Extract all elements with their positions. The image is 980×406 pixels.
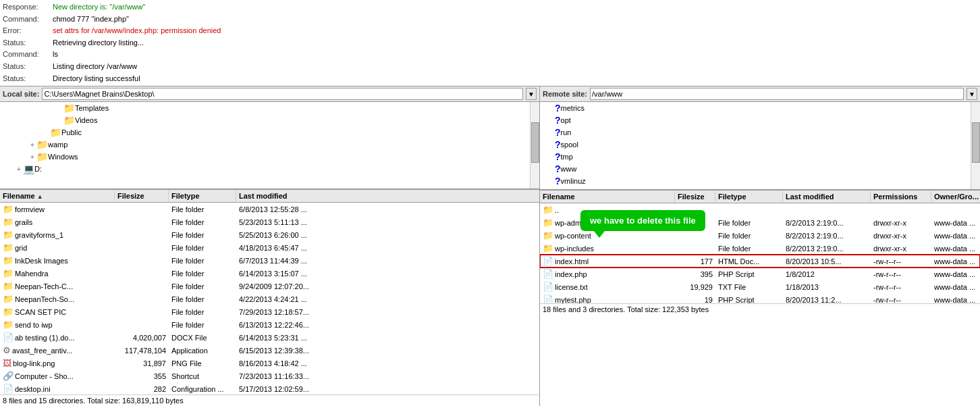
remote-header-filesize[interactable]: Filesize — [675, 191, 715, 202]
tree-item[interactable]: 📁 Videos — [0, 114, 539, 126]
file-type: TXT File — [718, 283, 746, 291]
file-perms: drwxr-xr-x — [873, 245, 906, 253]
file-modified-col: 8/16/2013 4:18:42 ... — [236, 357, 539, 369]
file-name-col: 📁InkDesk Images — [0, 255, 115, 266]
remote-header-filename[interactable]: Filename — [540, 191, 675, 202]
file-name: Computer - Sho... — [15, 372, 74, 380]
remote-tree-item[interactable]: ? opt — [540, 114, 980, 126]
remote-header-owner-gro...[interactable]: Owner/Gro... — [931, 191, 980, 202]
remote-tree-item[interactable]: ? spool — [540, 138, 980, 151]
remote-tree-item[interactable]: ? tmp — [540, 151, 980, 163]
remote-file-row[interactable]: 📄mytest.php 19 PHP Script 8/20/2013 11:2… — [540, 293, 980, 303]
tree-item[interactable]: + 📁 wamp — [0, 138, 539, 151]
remote-tree-item[interactable]: ? run — [540, 126, 980, 138]
remote-tree-item[interactable]: ? vmlinuz — [540, 175, 980, 187]
file-name: InkDesk Images — [15, 257, 68, 265]
tree-item[interactable]: + 💻 D: — [0, 163, 539, 175]
local-file-row[interactable]: 📁NeepanTech-So... File folder 4/22/2013 … — [0, 293, 539, 305]
file-size: 395 — [701, 270, 713, 278]
log-label: Command: — [3, 14, 50, 26]
tree-item-label: Templates — [75, 104, 109, 112]
local-header-filesize[interactable]: Filesize — [115, 191, 169, 201]
local-site-label: Local site: — [3, 90, 39, 98]
local-file-rows[interactable]: 📁formview File folder 6/8/2013 12:55:28 … — [0, 203, 539, 395]
log-value: Directory listing successful — [53, 73, 140, 85]
log-label: Command: — [3, 49, 50, 61]
remote-header-last-modified[interactable]: Last modified — [783, 191, 871, 202]
png-icon: 🖼 — [3, 358, 11, 368]
expand-icon[interactable]: + — [28, 141, 36, 149]
expand-icon[interactable] — [55, 116, 63, 124]
remote-file-row[interactable]: 📄index.php 395 PHP Script 1/8/2012 -rw-r… — [540, 268, 980, 280]
local-file-row[interactable]: 📁grid File folder 4/18/2013 6:45:47 ... — [0, 241, 539, 254]
local-header-filetype[interactable]: Filetype — [169, 191, 236, 201]
remote-status: 18 files and 3 directories. Total size: … — [540, 303, 980, 406]
local-file-row[interactable]: 🖼blog-link.png 31,897 PNG File 8/16/2013… — [0, 357, 539, 370]
remote-header-permissions[interactable]: Permissions — [871, 191, 931, 202]
remote-file-row[interactable]: 📄license.txt 19,929 TXT File 1/18/2013 -… — [540, 280, 980, 293]
file-owner: www-data ... — [934, 257, 975, 265]
file-name-col: 📄index.html — [540, 255, 675, 267]
file-size-col — [115, 229, 169, 240]
local-file-row[interactable]: 📁SCAN SET PIC File folder 7/29/2013 12:1… — [0, 305, 539, 318]
file-type-col: File folder — [169, 229, 236, 240]
local-file-row[interactable]: ⚙avast_free_antiv... 117,478,104 Applica… — [0, 344, 539, 357]
docx-icon: 📄 — [3, 332, 13, 342]
file-type-col: Shortcut — [169, 370, 236, 382]
folder-icon: 📁 — [3, 217, 13, 227]
remote-site-dropdown[interactable]: ▼ — [967, 88, 977, 100]
file-modified: 6/14/2013 3:15:07 ... — [239, 270, 307, 278]
remote-tree-item[interactable]: ? metrics — [540, 102, 980, 114]
local-file-row[interactable]: 📁Neepan-Tech-C... File folder 9/24/2009 … — [0, 280, 539, 293]
local-file-row[interactable]: 📁gravityforms_1 File folder 5/25/2013 6:… — [0, 228, 539, 241]
local-site-path[interactable] — [42, 88, 523, 100]
file-name-col: 📁wp-includes — [540, 243, 675, 254]
remote-site-path[interactable] — [590, 88, 964, 100]
local-file-row[interactable]: 📁formview File folder 6/8/2013 12:55:28 … — [0, 203, 539, 215]
file-size-col — [115, 306, 169, 318]
file-type-col: Application — [169, 345, 236, 356]
tree-item[interactable]: + 📁 Windows — [0, 151, 539, 163]
remote-file-row[interactable]: 📁wp-includes File folder 8/2/2013 2:19:0… — [540, 242, 980, 255]
sort-arrow: ▲ — [37, 193, 43, 200]
expand-icon[interactable] — [55, 104, 63, 112]
folder-icon: 📁 — [3, 281, 13, 291]
tree-item-label: Videos — [75, 116, 97, 124]
local-header-last-modified[interactable]: Last modified — [236, 191, 539, 201]
local-file-row[interactable]: 📁InkDesk Images File folder 6/7/2013 11:… — [0, 254, 539, 267]
local-file-row[interactable]: 📄ab testing (1).do... 4,020,007 DOCX Fil… — [0, 331, 539, 344]
file-type: DOCX File — [171, 334, 207, 342]
file-size-col: 31,897 — [115, 357, 169, 369]
file-size-col: 19 — [675, 294, 715, 303]
tree-item[interactable]: 📁 Public — [0, 126, 539, 138]
file-modified-col: 8/20/2013 10:5... — [783, 255, 871, 267]
local-header-filename[interactable]: Filename ▲ — [0, 191, 115, 201]
file-name: grails — [15, 218, 32, 226]
file-modified-col: 5/25/2013 6:26:00 ... — [236, 229, 539, 240]
file-modified: 6/15/2013 12:39:38... — [239, 347, 309, 355]
file-name: blog-link.png — [13, 359, 55, 367]
file-type: File folder — [171, 308, 204, 316]
remote-file-row[interactable]: 📄index.html 177 HTML Doc... 8/20/2013 10… — [540, 255, 980, 268]
file-type: File folder — [171, 321, 204, 329]
remote-tree-item-label: tmp — [561, 153, 573, 161]
file-name-col: 📄desktop.ini — [0, 383, 115, 395]
local-file-row[interactable]: 📁send to iwp File folder 6/13/2013 12:22… — [0, 318, 539, 331]
file-modified-col: 8/20/2013 11:2... — [783, 294, 871, 303]
local-file-row[interactable]: 📁Mahendra File folder 6/14/2013 3:15:07 … — [0, 267, 539, 280]
expand-icon[interactable]: + — [28, 153, 36, 161]
local-file-row[interactable]: 📄desktop.ini 282 Configuration ... 5/17/… — [0, 382, 539, 395]
tree-item[interactable]: 📁 Templates — [0, 102, 539, 114]
file-name-col: ⚙avast_free_antiv... — [0, 345, 115, 356]
file-name: SCAN SET PIC — [15, 308, 66, 316]
local-file-row[interactable]: 📁grails File folder 5/23/2013 5:11:13 ..… — [0, 215, 539, 228]
expand-icon[interactable]: + — [15, 165, 23, 173]
file-owner-col: www-data ... — [931, 294, 980, 303]
remote-tree-item[interactable]: ? www — [540, 163, 980, 175]
expand-icon[interactable] — [42, 128, 50, 136]
file-perms-col: -rw-r--r-- — [871, 281, 931, 293]
log-row: Error:set attrs for /var/www/index.php: … — [3, 25, 977, 37]
local-file-row[interactable]: 🔗Computer - Sho... 355 Shortcut 7/23/201… — [0, 370, 539, 382]
local-site-dropdown[interactable]: ▼ — [526, 88, 537, 100]
remote-header-filetype[interactable]: Filetype — [715, 191, 783, 202]
